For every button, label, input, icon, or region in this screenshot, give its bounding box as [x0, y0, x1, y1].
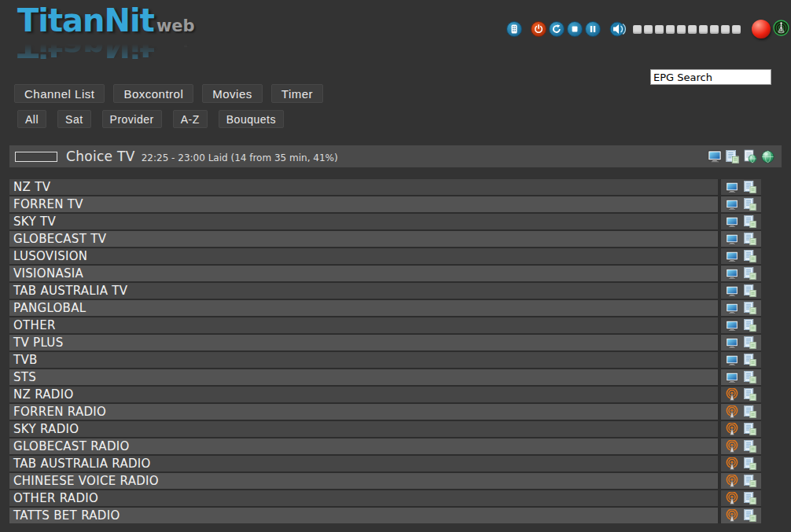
- tv-icon[interactable]: [726, 337, 738, 349]
- tv-icon[interactable]: [726, 199, 738, 211]
- tv-icon[interactable]: [726, 251, 738, 262]
- channel-name[interactable]: SKY TV: [9, 214, 718, 229]
- channel-name[interactable]: TV PLUS: [9, 335, 718, 350]
- channel-name[interactable]: NZ TV: [9, 179, 718, 195]
- epg-list-icon[interactable]: [744, 233, 756, 245]
- radio-icon[interactable]: [726, 457, 738, 470]
- tv-icon[interactable]: [726, 285, 738, 297]
- epg-list-icon[interactable]: [744, 509, 756, 522]
- tv-icon[interactable]: [726, 182, 738, 193]
- epg-list-icon[interactable]: [744, 215, 756, 228]
- channel-name[interactable]: OTHER RADIO: [9, 490, 718, 506]
- channel-name[interactable]: STS: [9, 369, 718, 385]
- tv-icon[interactable]: [726, 268, 738, 280]
- filter-a-z[interactable]: A-Z: [173, 110, 208, 128]
- web-epg-icon[interactable]: [743, 149, 757, 163]
- channel-name[interactable]: TAB AUSTRALIA TV: [9, 283, 718, 299]
- channel-name[interactable]: FORREN RADIO: [9, 404, 718, 420]
- channel-name[interactable]: GLOBECAST TV: [9, 231, 718, 247]
- epg-list-icon[interactable]: [744, 440, 756, 453]
- tv-icon[interactable]: [726, 233, 738, 245]
- remote-icon: [509, 24, 520, 35]
- epg-list-icon[interactable]: [726, 150, 739, 163]
- epg-list-icon[interactable]: [744, 181, 756, 193]
- epg-list-icon[interactable]: [744, 302, 756, 314]
- channel-name[interactable]: VISIONASIA: [9, 266, 718, 281]
- filter-sat[interactable]: Sat: [57, 110, 91, 128]
- epg-list-icon[interactable]: [744, 457, 756, 470]
- signal-button[interactable]: [773, 20, 789, 39]
- tab-timer[interactable]: Timer: [271, 84, 323, 103]
- remote-control-button[interactable]: [506, 21, 522, 37]
- channel-row-actions: [721, 421, 761, 437]
- epg-list-icon[interactable]: [744, 284, 756, 297]
- epg-list-icon[interactable]: [744, 423, 756, 435]
- channel-name[interactable]: CHINEESE VOICE RADIO: [9, 473, 718, 489]
- epg-list-icon[interactable]: [744, 405, 756, 418]
- volume-segment[interactable]: [633, 25, 642, 34]
- tv-icon[interactable]: [726, 354, 738, 366]
- filter-bouquets[interactable]: Bouquets: [219, 110, 284, 128]
- restart-button[interactable]: [549, 21, 565, 37]
- power-button[interactable]: [531, 21, 546, 37]
- tab-boxcontrol[interactable]: Boxcontrol: [113, 84, 193, 103]
- volume-segment[interactable]: [710, 25, 719, 34]
- channel-name[interactable]: TAB AUSTRALIA RADIO: [9, 456, 718, 471]
- channel-name[interactable]: TVB: [9, 352, 718, 368]
- tv-icon[interactable]: [726, 372, 738, 383]
- channel-name[interactable]: PANGLOBAL: [9, 300, 718, 316]
- channel-row-actions: [721, 266, 761, 281]
- epg-list-icon[interactable]: [744, 250, 756, 262]
- epg-list-icon[interactable]: [744, 198, 756, 211]
- volume-segment[interactable]: [732, 25, 741, 34]
- channel-row-actions: [721, 404, 761, 420]
- tv-stream-icon[interactable]: [708, 150, 722, 163]
- globe-icon[interactable]: [761, 150, 774, 163]
- volume-segment[interactable]: [644, 25, 653, 34]
- channel-name[interactable]: TATTS BET RADIO: [9, 508, 718, 523]
- radio-icon[interactable]: [726, 405, 738, 418]
- radio-icon[interactable]: [726, 475, 738, 487]
- epg-list-icon[interactable]: [744, 475, 756, 487]
- channel-name[interactable]: LUSOVISION: [9, 248, 718, 264]
- filter-all[interactable]: All: [17, 110, 46, 128]
- epg-list-icon[interactable]: [744, 388, 756, 401]
- channel-name[interactable]: OTHER: [9, 317, 718, 333]
- volume-segment[interactable]: [666, 25, 675, 34]
- epg-list-icon[interactable]: [744, 492, 756, 504]
- pause-button[interactable]: [585, 21, 601, 37]
- channel-row: TAB AUSTRALIA TV: [9, 283, 761, 299]
- radio-icon[interactable]: [726, 492, 738, 504]
- tv-icon[interactable]: [726, 303, 738, 314]
- volume-segment[interactable]: [688, 25, 697, 34]
- radio-icon[interactable]: [726, 423, 738, 435]
- epg-list-icon[interactable]: [744, 371, 756, 383]
- tab-movies[interactable]: Movies: [202, 84, 263, 103]
- epg-list-icon[interactable]: [744, 319, 756, 332]
- radio-icon[interactable]: [726, 440, 738, 453]
- tv-icon[interactable]: [726, 216, 738, 228]
- stop-button[interactable]: [567, 21, 583, 37]
- channel-row: CHINEESE VOICE RADIO: [9, 473, 761, 489]
- epg-list-icon[interactable]: [744, 336, 756, 349]
- channel-name[interactable]: NZ RADIO: [9, 387, 718, 402]
- volume-segment[interactable]: [655, 25, 664, 34]
- volume-segment[interactable]: [721, 25, 730, 34]
- now-playing-bar: Choice TV 22:25 - 23:00 Laid (14 from 35…: [9, 145, 782, 167]
- channel-row-actions: [721, 490, 761, 506]
- volume-segment[interactable]: [677, 25, 686, 34]
- filter-provider[interactable]: Provider: [102, 110, 162, 128]
- radio-icon[interactable]: [726, 509, 738, 522]
- channel-name[interactable]: FORREN TV: [9, 196, 718, 212]
- tv-icon[interactable]: [726, 320, 738, 332]
- epg-list-icon[interactable]: [744, 267, 756, 280]
- volume-segment[interactable]: [699, 25, 708, 34]
- radio-icon[interactable]: [726, 388, 738, 401]
- channel-name[interactable]: GLOBECAST RADIO: [9, 438, 718, 454]
- epg-search-input[interactable]: [650, 69, 771, 85]
- record-indicator[interactable]: [752, 20, 771, 39]
- epg-list-icon[interactable]: [744, 354, 756, 366]
- tab-channel-list[interactable]: Channel List: [14, 84, 105, 103]
- channel-name[interactable]: SKY RADIO: [9, 421, 718, 437]
- volume-button[interactable]: [609, 20, 628, 38]
